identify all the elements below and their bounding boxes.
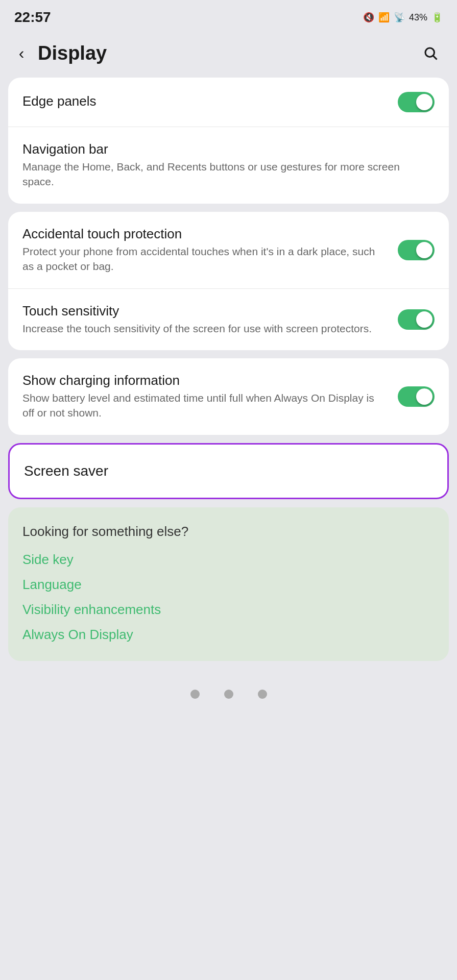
edge-panels-item[interactable]: Edge panels	[8, 78, 449, 127]
navigation-bar-title: Navigation bar	[22, 141, 424, 157]
looking-title: Looking for something else?	[22, 524, 435, 540]
page-title: Display	[38, 42, 107, 64]
status-time: 22:57	[14, 9, 51, 26]
wifi-icon: 📶	[378, 12, 390, 23]
status-bar: 22:57 🔇 📶 📡 43% 🔋	[0, 0, 457, 31]
accidental-touch-toggle[interactable]	[398, 240, 435, 260]
looking-section: Looking for something else? Side key Lan…	[8, 507, 449, 661]
toggle-track	[398, 240, 435, 260]
show-charging-item[interactable]: Show charging information Show battery l…	[8, 358, 449, 435]
nav-dot-3	[258, 690, 267, 699]
back-button[interactable]: ‹	[10, 42, 33, 64]
accidental-touch-title: Accidental touch protection	[22, 226, 388, 242]
nav-dot-1	[190, 690, 200, 699]
toggle-thumb	[416, 388, 432, 405]
visibility-enhancements-link[interactable]: Visibility enhancements	[22, 602, 435, 618]
nav-dot-2	[224, 690, 233, 699]
screen-saver-card[interactable]: Screen saver	[8, 443, 449, 499]
side-key-link[interactable]: Side key	[22, 552, 435, 568]
language-link[interactable]: Language	[22, 577, 435, 593]
back-arrow-icon: ‹	[19, 45, 25, 61]
screen-saver-item[interactable]: Screen saver	[10, 445, 447, 498]
header-left: ‹ Display	[10, 42, 107, 64]
edge-panels-text: Edge panels	[22, 93, 398, 111]
show-charging-text: Show charging information Show battery l…	[22, 373, 398, 421]
accidental-touch-item[interactable]: Accidental touch protection Protect your…	[8, 212, 449, 289]
toggle-thumb	[416, 242, 432, 258]
signal-icon: 📡	[394, 12, 405, 23]
page-header: ‹ Display	[0, 31, 457, 78]
navigation-bar-text: Navigation bar Manage the Home, Back, an…	[22, 141, 435, 189]
always-on-display-link[interactable]: Always On Display	[22, 627, 435, 643]
search-icon	[423, 45, 438, 61]
edge-panels-title: Edge panels	[22, 93, 388, 109]
section-2-card: Accidental touch protection Protect your…	[8, 212, 449, 350]
navigation-bar-desc: Manage the Home, Back, and Recents butto…	[22, 159, 424, 189]
toggle-track	[398, 309, 435, 330]
screen-saver-title: Screen saver	[24, 463, 108, 479]
status-icons: 🔇 📶 📡 43% 🔋	[363, 12, 443, 23]
battery-text: 43%	[409, 12, 427, 23]
search-button[interactable]	[418, 41, 443, 65]
accidental-touch-text: Accidental touch protection Protect your…	[22, 226, 398, 274]
svg-point-0	[425, 48, 435, 57]
svg-line-1	[434, 56, 437, 60]
show-charging-toggle[interactable]	[398, 386, 435, 407]
touch-sensitivity-desc: Increase the touch sensitivity of the sc…	[22, 321, 388, 336]
toggle-track	[398, 92, 435, 112]
edge-panels-toggle[interactable]	[398, 92, 435, 112]
show-charging-desc: Show battery level and estimated time un…	[22, 390, 388, 421]
nav-dots	[0, 669, 457, 714]
toggle-thumb	[416, 94, 432, 110]
toggle-thumb	[416, 311, 432, 328]
touch-sensitivity-title: Touch sensitivity	[22, 303, 388, 319]
accidental-touch-desc: Protect your phone from accidental touch…	[22, 244, 388, 274]
touch-sensitivity-toggle[interactable]	[398, 309, 435, 330]
battery-icon: 🔋	[431, 12, 443, 23]
toggle-track	[398, 386, 435, 407]
mute-icon: 🔇	[363, 12, 374, 23]
touch-sensitivity-item[interactable]: Touch sensitivity Increase the touch sen…	[8, 289, 449, 350]
navigation-bar-item[interactable]: Navigation bar Manage the Home, Back, an…	[8, 127, 449, 204]
section-3-card: Show charging information Show battery l…	[8, 358, 449, 435]
touch-sensitivity-text: Touch sensitivity Increase the touch sen…	[22, 303, 398, 336]
show-charging-title: Show charging information	[22, 373, 388, 388]
section-1-card: Edge panels Navigation bar Manage the Ho…	[8, 78, 449, 204]
